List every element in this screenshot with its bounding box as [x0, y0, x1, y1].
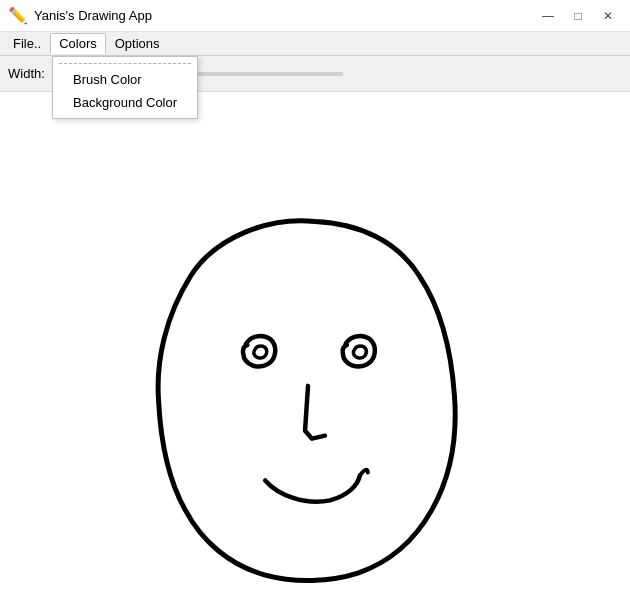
- menu-item-colors[interactable]: Colors: [50, 33, 106, 54]
- close-button[interactable]: ✕: [594, 6, 622, 26]
- dropdown-container: Brush Color Background Color: [52, 56, 198, 119]
- drawing-canvas[interactable]: [0, 92, 630, 610]
- menu-item-options[interactable]: Options: [106, 33, 169, 54]
- app-title: Yanis's Drawing App: [34, 8, 152, 23]
- dropdown-menu: Brush Color Background Color: [52, 56, 198, 119]
- maximize-button[interactable]: □: [564, 6, 592, 26]
- width-label: Width:: [8, 66, 45, 81]
- menu-bar: File.. Colors Options: [0, 32, 630, 56]
- dropdown-item-background-color[interactable]: Background Color: [53, 91, 197, 114]
- title-bar: ✏️ Yanis's Drawing App — □ ✕: [0, 0, 630, 32]
- title-bar-controls: — □ ✕: [534, 6, 622, 26]
- title-bar-left: ✏️ Yanis's Drawing App: [8, 6, 152, 25]
- canvas-area[interactable]: [0, 92, 630, 610]
- dropdown-item-brush-color[interactable]: Brush Color: [53, 68, 197, 91]
- menu-item-file[interactable]: File..: [4, 33, 50, 54]
- dropdown-divider: [59, 63, 191, 64]
- minimize-button[interactable]: —: [534, 6, 562, 26]
- app-icon: ✏️: [8, 6, 28, 25]
